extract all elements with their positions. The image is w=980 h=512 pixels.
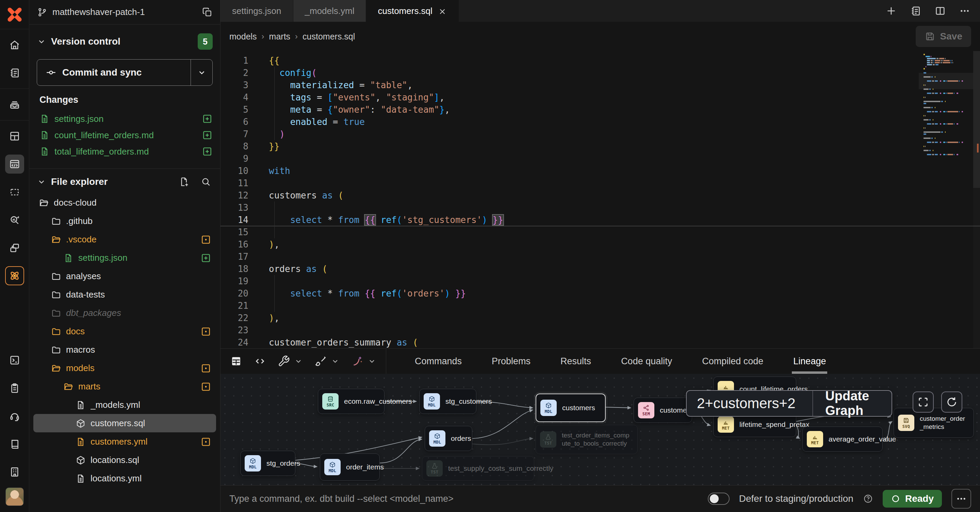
- dbt-logo[interactable]: [0, 0, 29, 29]
- breadcrumb-item[interactable]: models: [229, 32, 257, 41]
- code-line-8[interactable]: 8}}: [221, 140, 980, 153]
- code-line-14[interactable]: 14 select * from {{ ref('stg_customers')…: [221, 214, 980, 226]
- tab-customers-sql[interactable]: customers.sql: [366, 0, 458, 22]
- help-icon[interactable]: [863, 494, 873, 504]
- lineage-selector-input[interactable]: 2+customers+2: [687, 391, 813, 416]
- modified-badge[interactable]: [200, 325, 211, 337]
- changed-file-row[interactable]: settings.json: [40, 111, 213, 127]
- rail-insights-button[interactable]: [5, 211, 24, 230]
- close-tab-icon[interactable]: [438, 6, 447, 16]
- preview-table-icon[interactable]: [230, 355, 242, 367]
- modified-badge[interactable]: [200, 381, 211, 392]
- version-control-header[interactable]: Version control 5: [29, 24, 220, 53]
- tree-item-locations-yml[interactable]: locations.yml: [33, 469, 216, 488]
- notebook-panel-icon[interactable]: [910, 5, 921, 17]
- breadcrumb-item[interactable]: marts: [269, 32, 291, 41]
- update-graph-button[interactable]: Update Graph: [813, 391, 891, 416]
- panel-tab-code-quality[interactable]: Code quality: [606, 349, 687, 374]
- panel-tab-lineage[interactable]: Lineage: [778, 349, 841, 374]
- lineage-node-test-supply[interactable]: TSTtest_supply_costs_sum_correctly: [422, 456, 534, 481]
- chevron-down-icon[interactable]: [294, 357, 303, 365]
- code-line-6[interactable]: 6 enabled = true: [221, 116, 980, 128]
- lineage-node-test-order-items[interactable]: TSTtest_order_items_compute_to_bools_cor…: [536, 425, 638, 454]
- status-badge[interactable]: Ready: [883, 490, 942, 507]
- rail-docs-button[interactable]: [5, 434, 24, 453]
- chevron-down-icon[interactable]: [368, 357, 376, 365]
- editor-more-icon[interactable]: [959, 5, 970, 17]
- build-wrench-icon[interactable]: [278, 355, 290, 367]
- code-line-4[interactable]: 4 tags = ["events", "staging"],: [221, 91, 980, 104]
- changed-file-row[interactable]: total_lifetime_orders.md: [40, 143, 213, 160]
- code-line-1[interactable]: 1{{: [221, 54, 980, 67]
- tree-item-macros[interactable]: macros: [33, 340, 216, 359]
- minimap[interactable]: [924, 54, 969, 158]
- rail-home-button[interactable]: [5, 35, 24, 54]
- lineage-fullscreen-button[interactable]: [913, 391, 934, 413]
- editor-scrollbar[interactable]: [973, 51, 980, 348]
- code-editor[interactable]: 1{{2 config(3 materialized = "table",4 t…: [221, 51, 980, 348]
- lineage-node-raw-customers[interactable]: SRCecom.raw_customers: [318, 389, 385, 414]
- code-line-16[interactable]: 16),: [221, 238, 980, 250]
- tab-settings-json[interactable]: settings.json: [221, 0, 293, 22]
- code-line-22[interactable]: 22),: [221, 312, 980, 324]
- tree-item-dbt-packages[interactable]: dbt_packages: [33, 304, 216, 322]
- code-line-9[interactable]: 9: [221, 153, 980, 165]
- command-more-button[interactable]: [951, 489, 971, 509]
- code-line-10[interactable]: 10with: [221, 165, 980, 177]
- user-avatar[interactable]: [5, 488, 24, 506]
- code-line-20[interactable]: 20 select * from {{ ref('orders') }}: [221, 287, 980, 300]
- tree-item--github[interactable]: .github: [33, 212, 216, 230]
- code-line-7[interactable]: 7 ): [221, 128, 980, 140]
- lineage-node-order-items[interactable]: MDLorder_items: [320, 453, 380, 481]
- tree-item-settings-json[interactable]: settings.json: [33, 249, 216, 267]
- staged-add-badge[interactable]: [200, 252, 211, 263]
- file-explorer-header[interactable]: File explorer: [29, 169, 220, 191]
- tree-item-docs-cloud[interactable]: docs-cloud: [33, 193, 216, 212]
- rail-tasks-button[interactable]: [5, 378, 24, 398]
- rail-org-button[interactable]: [5, 462, 24, 482]
- modified-badge[interactable]: [200, 362, 211, 373]
- tree-item-data-tests[interactable]: data-tests: [33, 285, 216, 304]
- tree-item-marts[interactable]: marts: [33, 377, 216, 396]
- panel-tab-compiled-code[interactable]: Compiled code: [687, 349, 778, 374]
- rail-fusion-button[interactable]: [5, 266, 24, 285]
- rail-notebook-button[interactable]: [5, 63, 24, 82]
- lineage-node-avg-order-value[interactable]: METaverage_order_value: [802, 427, 883, 452]
- modified-badge[interactable]: [200, 436, 211, 447]
- lineage-refresh-button[interactable]: [941, 391, 962, 413]
- rail-dashboard-button[interactable]: [5, 127, 24, 146]
- compile-code-icon[interactable]: [254, 355, 266, 367]
- code-line-12[interactable]: 12customers as (: [221, 189, 980, 201]
- changed-file-row[interactable]: count_lifetime_orders.md: [40, 127, 213, 143]
- code-line-13[interactable]: 13: [221, 201, 980, 214]
- tree-item-locations-sql[interactable]: locations.sql: [33, 451, 216, 469]
- lineage-node-stg-orders[interactable]: MDLstg_orders: [240, 451, 295, 476]
- rail-canvas-button[interactable]: [5, 182, 24, 201]
- rail-jobs-button[interactable]: [5, 95, 24, 114]
- lineage-node-orders[interactable]: MDLorders: [425, 426, 472, 451]
- code-line-5[interactable]: 5 meta = {"owner": "data-team"},: [221, 104, 980, 116]
- ai-assist-icon[interactable]: [351, 355, 363, 367]
- code-line-3[interactable]: 3 materialized = "table",: [221, 79, 980, 91]
- breadcrumb-item[interactable]: customers.sql: [302, 32, 355, 41]
- tree-item-models[interactable]: models: [33, 359, 216, 377]
- rail-orchestration-button[interactable]: [5, 238, 24, 257]
- code-line-11[interactable]: 11: [221, 177, 980, 189]
- tree-item-customers-sql[interactable]: customers.sql: [33, 414, 216, 432]
- panel-tab-problems[interactable]: Problems: [477, 349, 546, 374]
- rail-terminal-button[interactable]: [5, 351, 24, 370]
- code-line-21[interactable]: 21: [221, 300, 980, 312]
- commit-options-caret[interactable]: [191, 59, 212, 85]
- lineage-node-customers-mdl[interactable]: MDLcustomers: [536, 394, 606, 422]
- code-line-18[interactable]: 18orders as (: [221, 263, 980, 275]
- new-tab-icon[interactable]: [885, 5, 897, 17]
- tree-item-customers-yml[interactable]: customers.yml: [33, 432, 216, 451]
- rail-support-button[interactable]: [5, 407, 24, 426]
- code-line-2[interactable]: 2 config(: [221, 67, 980, 79]
- split-editor-icon[interactable]: [934, 5, 946, 17]
- commit-and-sync-button[interactable]: Commit and sync: [37, 59, 213, 86]
- code-line-19[interactable]: 19: [221, 275, 980, 287]
- search-files-icon[interactable]: [200, 176, 211, 187]
- chevron-down-icon[interactable]: [331, 357, 340, 365]
- code-line-17[interactable]: 17: [221, 250, 980, 263]
